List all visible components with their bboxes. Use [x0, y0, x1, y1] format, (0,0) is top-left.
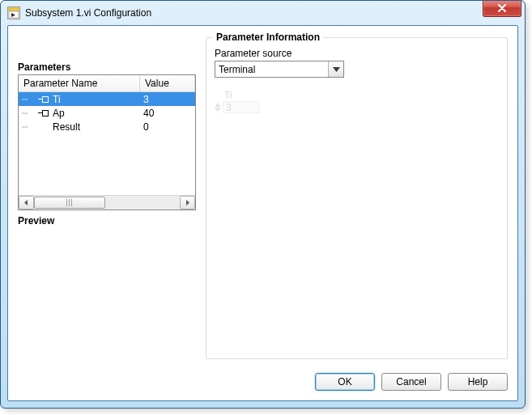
scroll-thumb[interactable]: [34, 197, 105, 209]
chevron-down-icon: [333, 67, 340, 72]
param-name: Ti: [53, 94, 61, 105]
preview-param-value: 3: [223, 101, 260, 113]
button-row: OK Cancel Help: [315, 373, 508, 391]
parameter-info-group: Parameter Information Parameter source T…: [206, 37, 508, 359]
col-header-value[interactable]: Value: [140, 75, 195, 91]
terminal-preview: Ti 3: [215, 89, 499, 113]
table-row[interactable]: ┈ Ti 3: [19, 92, 195, 106]
parameters-heading: Parameters: [18, 61, 198, 73]
terminal-icon: [38, 110, 49, 116]
scroll-track[interactable]: [34, 197, 180, 209]
horizontal-scrollbar[interactable]: [19, 195, 195, 210]
group-legend: Parameter Information: [213, 32, 323, 43]
svg-marker-6: [333, 67, 340, 72]
window-title: Subsystem 1.vi Configuration: [25, 7, 151, 19]
preview-param-name: Ti: [215, 89, 499, 101]
source-label: Parameter source: [215, 48, 499, 59]
dialog-window: Subsystem 1.vi Configuration Parameters …: [0, 0, 526, 409]
combo-dropdown-button[interactable]: [328, 61, 343, 77]
ok-button[interactable]: OK: [315, 373, 375, 391]
source-combo[interactable]: Terminal: [215, 61, 344, 78]
cancel-button[interactable]: Cancel: [381, 373, 441, 391]
svg-marker-5: [186, 200, 189, 205]
table-header: Parameter Name Value: [19, 75, 195, 92]
triangle-right-icon: [185, 200, 190, 205]
table-row[interactable]: ┈ Result 0: [19, 120, 195, 133]
param-value: 3: [140, 94, 195, 105]
tree-dots-icon: ┈: [22, 94, 38, 105]
tree-dots-icon: ┈: [22, 108, 38, 119]
terminal-icon: [38, 96, 49, 103]
close-icon: [497, 4, 507, 12]
param-value: 40: [140, 108, 195, 119]
close-button[interactable]: [483, 0, 521, 17]
param-value: 0: [140, 121, 195, 133]
col-header-name[interactable]: Parameter Name: [19, 75, 140, 91]
scroll-left-button[interactable]: [19, 196, 34, 210]
titlebar[interactable]: Subsystem 1.vi Configuration: [1, 1, 525, 25]
parameters-table[interactable]: Parameter Name Value ┈ Ti 3: [18, 74, 196, 210]
param-name: Ap: [53, 108, 65, 119]
svg-marker-4: [24, 200, 28, 205]
app-icon: [7, 6, 20, 19]
help-button[interactable]: Help: [448, 373, 508, 391]
client-area: Parameters Parameter Name Value ┈ Ti: [7, 25, 518, 401]
scroll-right-button[interactable]: [180, 196, 195, 210]
tree-dots-icon: ┈: [22, 121, 38, 133]
table-row[interactable]: ┈ Ap 40: [19, 106, 195, 120]
spinner-icon: [215, 103, 221, 112]
preview-heading: Preview: [18, 215, 198, 227]
svg-rect-1: [9, 8, 19, 11]
triangle-left-icon: [23, 200, 29, 205]
param-name: Result: [53, 121, 80, 133]
combo-value: Terminal: [215, 64, 328, 75]
